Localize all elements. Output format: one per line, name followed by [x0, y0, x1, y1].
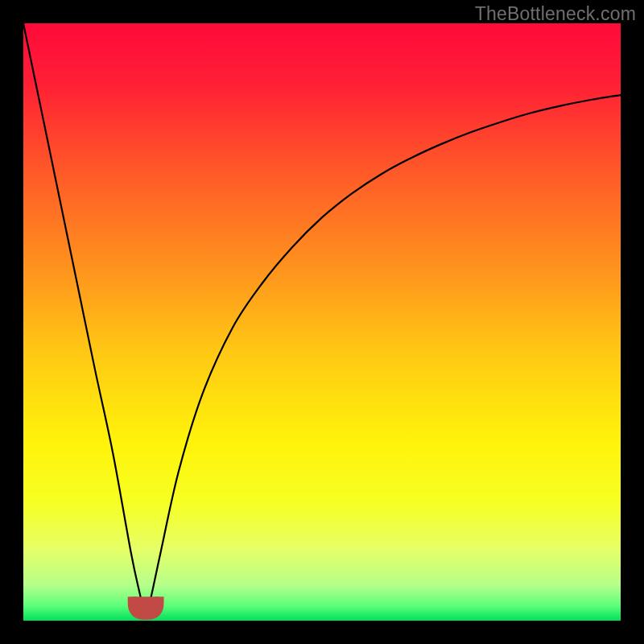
outer-frame: TheBottleneck.com — [0, 0, 644, 644]
attribution-label: TheBottleneck.com — [475, 3, 636, 25]
chart-svg — [23, 23, 621, 621]
optimum-tick — [132, 597, 159, 615]
plot-area — [23, 23, 621, 621]
